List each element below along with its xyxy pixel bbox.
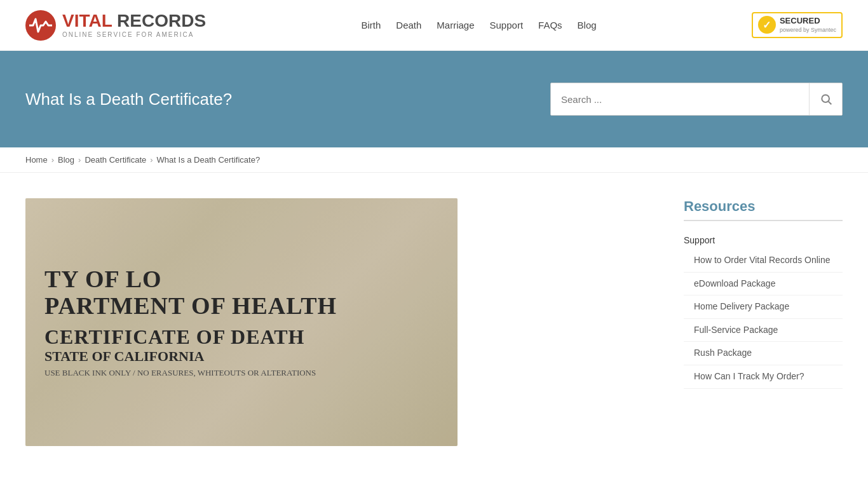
main-nav: Birth Death Marriage Support FAQs Blog — [361, 20, 596, 30]
norton-secured-label: SECURED — [780, 16, 836, 27]
search-button[interactable] — [809, 83, 842, 116]
breadcrumb-sep-3: › — [150, 155, 153, 165]
search-form — [550, 83, 843, 116]
norton-checkmark-icon: ✓ — [758, 16, 776, 34]
logo-records: RECORDS — [117, 11, 206, 30]
nav-item-blog[interactable]: Blog — [578, 20, 597, 30]
resource-item-full-service[interactable]: Full-Service Package — [684, 319, 843, 342]
logo-subtitle: ONLINE SERVICE FOR AMERICA — [62, 31, 206, 38]
search-icon — [820, 93, 832, 105]
resource-link-track-order[interactable]: How Can I Track My Order? — [694, 371, 804, 381]
hero-banner: What Is a Death Certificate? — [0, 51, 868, 147]
resource-item-edownload[interactable]: eDownload Package — [684, 273, 843, 296]
resource-item-rush[interactable]: Rush Package — [684, 342, 843, 365]
resource-link-home-delivery[interactable]: Home Delivery Package — [694, 301, 789, 311]
logo-icon — [25, 10, 56, 41]
site-header: VITAL RECORDS ONLINE SERVICE FOR AMERICA… — [0, 0, 868, 51]
nav-item-death[interactable]: Death — [396, 20, 421, 30]
article-section: TY OF LO PARTMENT OF HEALTH CERTIFICATE … — [25, 198, 658, 446]
page-title: What Is a Death Certificate? — [25, 90, 232, 109]
breadcrumb-sep-1: › — [51, 155, 54, 165]
resource-item-track-order[interactable]: How Can I Track My Order? — [684, 365, 843, 389]
cert-overlay — [25, 198, 458, 446]
nav-item-support[interactable]: Support — [490, 20, 524, 30]
norton-text: SECURED powered by Symantec — [780, 16, 836, 34]
norton-badge: ✓ SECURED powered by Symantec — [752, 12, 843, 38]
sidebar: Resources Support How to Order Vital Rec… — [684, 198, 843, 446]
svg-line-2 — [828, 102, 831, 105]
logo-text-area: VITAL RECORDS ONLINE SERVICE FOR AMERICA — [62, 12, 206, 38]
breadcrumb: Home › Blog › Death Certificate › What I… — [0, 147, 868, 173]
norton-powered-label: powered by Symantec — [780, 27, 836, 34]
search-input[interactable] — [551, 94, 809, 105]
resources-title: Resources — [684, 198, 843, 221]
logo-vital: VITAL — [62, 11, 112, 30]
resource-item-home-delivery[interactable]: Home Delivery Package — [684, 295, 843, 319]
logo-area: VITAL RECORDS ONLINE SERVICE FOR AMERICA — [25, 10, 206, 41]
resource-link-rush[interactable]: Rush Package — [694, 348, 752, 358]
resource-link-full-service[interactable]: Full-Service Package — [694, 325, 778, 335]
certificate-image: TY OF LO PARTMENT OF HEALTH CERTIFICATE … — [25, 198, 458, 446]
resources-list: Support How to Order Vital Records Onlin… — [684, 229, 843, 389]
resources-section-support: Support — [684, 229, 843, 249]
resource-link-how-to-order[interactable]: How to Order Vital Records Online — [694, 255, 831, 265]
nav-item-birth[interactable]: Birth — [361, 20, 381, 30]
svg-point-1 — [822, 95, 829, 102]
breadcrumb-death-cert[interactable]: Death Certificate — [85, 155, 146, 165]
nav-item-faqs[interactable]: FAQs — [538, 20, 562, 30]
article-image: TY OF LO PARTMENT OF HEALTH CERTIFICATE … — [25, 198, 458, 446]
breadcrumb-home[interactable]: Home — [25, 155, 48, 165]
main-content: TY OF LO PARTMENT OF HEALTH CERTIFICATE … — [0, 173, 868, 471]
breadcrumb-blog[interactable]: Blog — [58, 155, 74, 165]
breadcrumb-sep-2: › — [78, 155, 81, 165]
logo-title: VITAL RECORDS — [62, 12, 206, 30]
resource-link-edownload[interactable]: eDownload Package — [694, 278, 775, 288]
nav-item-marriage[interactable]: Marriage — [437, 20, 474, 30]
resource-item-how-to-order[interactable]: How to Order Vital Records Online — [684, 249, 843, 273]
breadcrumb-current: What Is a Death Certificate? — [157, 155, 261, 165]
